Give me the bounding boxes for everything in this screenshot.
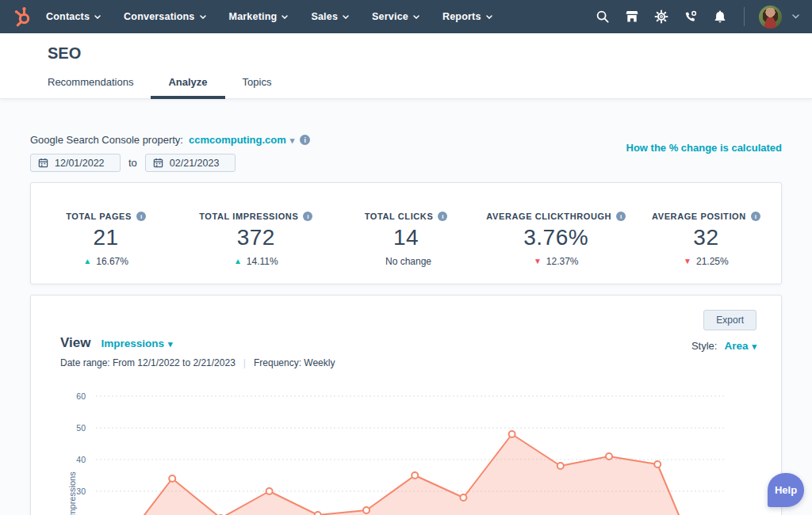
nav-item-contacts[interactable]: Contacts xyxy=(46,11,101,22)
info-icon[interactable] xyxy=(303,212,312,221)
notifications-icon[interactable] xyxy=(710,7,730,26)
info-icon[interactable] xyxy=(300,135,310,145)
export-button[interactable]: Export xyxy=(703,310,756,330)
nav-divider xyxy=(744,7,745,26)
style-label: Style: xyxy=(691,340,718,352)
summary-stats-card: TOTAL PAGES 21 ▲ 16.67% TOTAL IMPRESSION… xyxy=(30,182,782,284)
stat-value: 32 xyxy=(631,225,781,250)
stat-average-position: AVERAGE POSITION 32 ▼ 21.25% xyxy=(631,183,781,284)
user-avatar[interactable] xyxy=(759,6,782,29)
top-navigation-bar: Contacts Conversations Marketing Sales S… xyxy=(0,0,812,33)
delta-value: 16.67% xyxy=(96,256,128,267)
info-icon[interactable] xyxy=(438,212,447,221)
chevron-down-icon xyxy=(168,338,173,349)
stat-delta: ▲ 16.67% xyxy=(31,256,181,267)
nav-utilities xyxy=(593,6,799,29)
delta-down-icon: ▼ xyxy=(684,258,691,265)
impressions-chart-card: Export View Impressions Date range: From… xyxy=(30,295,782,515)
tab-analyze[interactable]: Analyze xyxy=(151,76,224,98)
stat-average-clickthrough: AVERAGE CLICKTHROUGH 3.76% ▼ 12.37% xyxy=(481,183,631,284)
marketplace-icon[interactable] xyxy=(622,7,642,26)
stat-value: 21 xyxy=(31,225,181,250)
chart-style-row: Style: Area xyxy=(691,340,756,352)
meta-divider: | xyxy=(243,357,246,368)
filter-section: Google Search Console property: ccmcompu… xyxy=(0,99,812,172)
delta-value: 12.37% xyxy=(546,256,579,267)
help-button[interactable]: Help xyxy=(768,473,804,507)
stat-value: 3.76% xyxy=(481,225,631,250)
stat-label: AVERAGE POSITION xyxy=(652,212,746,221)
nav-item-service[interactable]: Service xyxy=(372,11,419,22)
account-chevron-down-icon[interactable] xyxy=(792,14,799,19)
chevron-down-icon xyxy=(752,340,756,352)
hubspot-logo-icon[interactable] xyxy=(8,3,35,30)
nav-menu: Contacts Conversations Marketing Sales S… xyxy=(46,11,492,22)
stat-total-clicks: TOTAL CLICKS 14 No change xyxy=(331,183,481,284)
stat-value: 372 xyxy=(181,225,331,250)
nav-item-marketing[interactable]: Marketing xyxy=(229,11,289,22)
info-icon[interactable] xyxy=(751,212,760,221)
stat-delta: ▲ 14.11% xyxy=(181,256,331,267)
metric-select-value: Impressions xyxy=(101,338,164,349)
nav-item-sales[interactable]: Sales xyxy=(311,11,349,22)
property-select[interactable]: ccmcomputing.com xyxy=(189,134,294,146)
y-axis-label: Impressions xyxy=(67,471,77,515)
nav-item-label: Marketing xyxy=(229,11,278,22)
stat-value: 14 xyxy=(331,225,481,250)
date-to-label: to xyxy=(128,157,137,169)
percent-change-help-link[interactable]: How the % change is calculated xyxy=(626,142,783,154)
nav-item-label: Service xyxy=(372,11,408,22)
calendar-icon xyxy=(153,158,163,168)
nav-item-label: Sales xyxy=(311,11,338,22)
stat-label: TOTAL IMPRESSIONS xyxy=(199,212,298,221)
end-date-value: 02/21/2023 xyxy=(170,158,220,169)
stat-total-pages: TOTAL PAGES 21 ▲ 16.67% xyxy=(31,183,181,284)
chevron-down-icon xyxy=(486,15,492,19)
chevron-down-icon xyxy=(413,15,419,19)
info-icon[interactable] xyxy=(616,212,626,221)
stat-total-impressions: TOTAL IMPRESSIONS 372 ▲ 14.11% xyxy=(181,183,331,284)
delta-down-icon: ▼ xyxy=(534,258,542,265)
calendar-icon xyxy=(38,158,48,168)
end-date-input[interactable]: 02/21/2023 xyxy=(145,154,236,172)
info-icon[interactable] xyxy=(136,212,146,221)
chevron-down-icon xyxy=(200,15,206,19)
tab-topics[interactable]: Topics xyxy=(225,76,289,98)
settings-icon[interactable] xyxy=(652,7,671,26)
stat-delta: No change xyxy=(331,256,481,267)
nav-item-label: Reports xyxy=(442,11,481,22)
stat-delta: ▼ 12.37% xyxy=(481,256,631,267)
chevron-down-icon xyxy=(290,134,295,146)
nav-item-conversations[interactable]: Conversations xyxy=(124,11,205,22)
chart-meta-row: Date range: From 12/1/2022 to 2/21/2023 … xyxy=(60,357,335,368)
stat-delta: ▼ 21.25% xyxy=(631,256,781,267)
style-select-value: Area xyxy=(724,340,748,352)
y-tick-label: 60 xyxy=(65,391,86,401)
date-range-row: 12/01/2022 to 02/21/2023 xyxy=(30,154,782,172)
stat-label: TOTAL PAGES xyxy=(66,212,132,221)
nav-item-reports[interactable]: Reports xyxy=(442,11,492,22)
chevron-down-icon xyxy=(282,15,288,19)
y-tick-label: 50 xyxy=(65,423,86,433)
start-date-input[interactable]: 12/01/2022 xyxy=(30,154,121,172)
chart-frequency: Frequency: Weekly xyxy=(254,357,335,368)
stat-label: TOTAL CLICKS xyxy=(365,212,434,221)
nav-item-label: Conversations xyxy=(124,11,194,22)
tab-recommendations[interactable]: Recommendations xyxy=(30,76,151,98)
style-select[interactable]: Area xyxy=(724,340,756,352)
start-date-value: 12/01/2022 xyxy=(55,158,105,169)
view-title: View xyxy=(60,335,90,351)
tab-bar: Recommendations Analyze Topics xyxy=(30,76,812,98)
stat-label: AVERAGE CLICKTHROUGH xyxy=(486,212,611,221)
page-title: SEO xyxy=(48,44,812,63)
y-tick-label: 40 xyxy=(65,455,86,464)
delta-value: 14.11% xyxy=(247,256,278,267)
calling-icon[interactable] xyxy=(681,7,700,26)
chart-date-range: Date range: From 12/1/2022 to 2/21/2023 xyxy=(60,357,236,368)
nav-item-label: Contacts xyxy=(46,11,90,22)
metric-select[interactable]: Impressions xyxy=(101,338,172,349)
delta-value: 21.25% xyxy=(696,256,729,267)
search-icon[interactable] xyxy=(593,7,612,26)
page-header: SEO Recommendations Analyze Topics xyxy=(0,33,812,99)
chevron-down-icon xyxy=(343,15,349,19)
